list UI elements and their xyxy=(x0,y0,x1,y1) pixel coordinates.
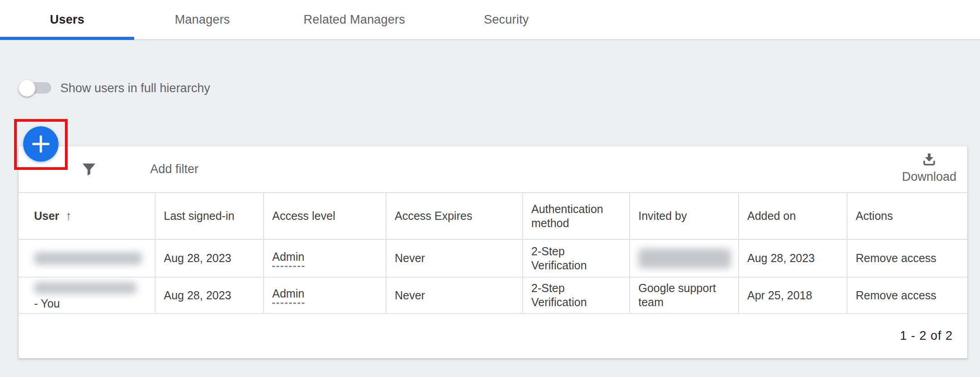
cell-invited-by-redacted xyxy=(630,239,739,277)
table-footer: 1 - 2 of 2 xyxy=(19,313,967,358)
download-button[interactable]: Download xyxy=(902,152,956,184)
column-header-access-expires[interactable]: Access Expires xyxy=(386,193,523,239)
table-row: - You Aug 28, 2023 Admin Never 2-Step Ve… xyxy=(19,277,967,313)
download-icon xyxy=(921,152,938,168)
cell-access-level: Admin xyxy=(264,239,386,277)
sort-ascending-icon: ↑ xyxy=(66,209,72,223)
redacted-email xyxy=(34,282,137,294)
column-header-last-signed-in[interactable]: Last signed-in xyxy=(155,193,264,239)
hierarchy-toggle-label: Show users in full hierarchy xyxy=(60,80,210,97)
remove-access-button[interactable]: Remove access xyxy=(856,289,936,302)
cell-user-redacted xyxy=(19,239,155,277)
column-header-invited-by[interactable]: Invited by xyxy=(630,193,739,239)
tab-security[interactable]: Security xyxy=(438,0,574,39)
cell-last-signed-in: Aug 28, 2023 xyxy=(155,239,264,277)
cell-last-signed-in: Aug 28, 2023 xyxy=(155,277,264,313)
users-table: User↑ Last signed-in Access level Access… xyxy=(19,192,967,314)
cell-user-redacted: - You xyxy=(19,277,155,313)
filter-funnel-icon[interactable] xyxy=(81,162,97,177)
table-header-row: User↑ Last signed-in Access level Access… xyxy=(19,193,967,239)
pagination-label: 1 - 2 of 2 xyxy=(900,329,953,343)
cell-access-expires: Never xyxy=(386,239,523,277)
download-label: Download xyxy=(902,170,956,184)
tab-users[interactable]: Users xyxy=(0,0,134,39)
remove-access-button[interactable]: Remove access xyxy=(856,252,936,264)
cell-added-on: Aug 28, 2023 xyxy=(739,239,847,277)
cell-added-on: Apr 25, 2018 xyxy=(739,277,847,313)
users-table-card: Add filter Download User↑ Last sign xyxy=(19,146,967,358)
tab-managers-label: Managers xyxy=(175,13,230,27)
cell-access-expires: Never xyxy=(386,277,523,313)
hierarchy-toggle-knob[interactable] xyxy=(19,80,35,97)
tab-managers[interactable]: Managers xyxy=(134,0,270,39)
cell-actions: Remove access xyxy=(847,239,967,277)
tab-users-label: Users xyxy=(50,13,84,27)
redacted-email xyxy=(34,252,142,265)
tab-related-managers-label: Related Managers xyxy=(304,13,405,27)
cell-access-level: Admin xyxy=(264,277,386,313)
column-header-actions[interactable]: Actions xyxy=(847,193,967,239)
column-header-access-level[interactable]: Access level xyxy=(264,193,386,239)
cell-auth-method: 2-Step Verification xyxy=(523,239,630,277)
filter-bar: Add filter Download xyxy=(19,146,967,192)
active-tab-indicator xyxy=(0,37,134,40)
tab-security-label: Security xyxy=(484,13,529,27)
tab-related-managers[interactable]: Related Managers xyxy=(270,0,438,39)
users-access-page: Users Managers Related Managers Security… xyxy=(0,0,980,377)
tab-bar: Users Managers Related Managers Security xyxy=(0,0,980,40)
access-level-link[interactable]: Admin xyxy=(272,250,304,267)
column-header-user[interactable]: User↑ xyxy=(19,193,155,239)
add-user-button[interactable] xyxy=(23,126,59,162)
access-level-link[interactable]: Admin xyxy=(272,287,304,304)
table-row: Aug 28, 2023 Admin Never 2-Step Verifica… xyxy=(19,239,967,277)
add-filter-button[interactable]: Add filter xyxy=(150,162,199,176)
cell-invited-by: Google support team xyxy=(630,277,739,313)
column-header-added-on[interactable]: Added on xyxy=(739,193,847,239)
redacted-email xyxy=(638,248,731,268)
column-header-auth-method[interactable]: Authentication method xyxy=(523,193,630,239)
cell-auth-method: 2-Step Verification xyxy=(523,277,630,313)
user-you-suffix: - You xyxy=(34,297,147,311)
cell-actions: Remove access xyxy=(847,277,967,313)
